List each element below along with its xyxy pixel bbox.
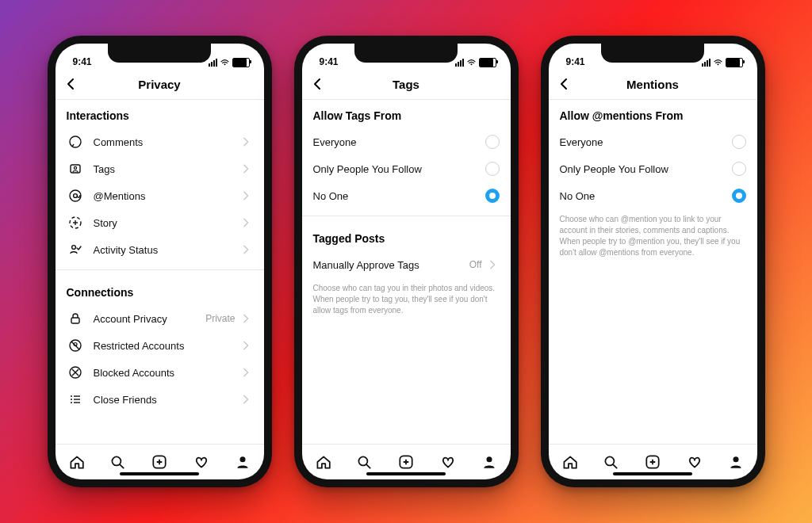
phone-privacy: 9:41 Privacy Interactions Comments <box>48 36 272 487</box>
tab-new-post[interactable] <box>644 453 661 471</box>
content: Allow @mentions From Everyone Only Peopl… <box>549 100 757 444</box>
notch <box>601 44 704 63</box>
page-title: Mentions <box>626 78 679 91</box>
tab-profile[interactable] <box>234 453 251 471</box>
option-everyone[interactable]: Everyone <box>549 128 757 155</box>
row-label: @Mentions <box>94 190 146 202</box>
row-comments[interactable]: Comments <box>56 128 264 155</box>
status-time: 9:41 <box>320 56 339 67</box>
signal-icon <box>209 59 217 67</box>
row-restricted-accounts[interactable]: Restricted Accounts <box>56 332 264 359</box>
tab-activity[interactable] <box>439 453 457 471</box>
chevron-right-icon <box>240 188 253 204</box>
tab-new-post[interactable] <box>151 453 168 471</box>
option-label: Everyone <box>313 136 357 148</box>
signal-icon <box>455 59 464 67</box>
tab-search[interactable] <box>355 453 373 471</box>
divider <box>302 216 511 216</box>
row-story[interactable]: Story <box>56 209 264 236</box>
divider <box>56 269 264 270</box>
chevron-right-icon <box>240 365 253 380</box>
section-interactions: Interactions <box>56 100 264 128</box>
lock-icon <box>67 311 84 326</box>
option-no-one[interactable]: No One <box>302 182 511 209</box>
option-label: Only People You Follow <box>313 163 422 175</box>
navbar: Tags <box>302 69 511 100</box>
back-button[interactable] <box>63 76 79 92</box>
wifi-icon <box>220 57 230 67</box>
row-activity-status[interactable]: Activity Status <box>56 236 264 263</box>
option-label: Only People You Follow <box>560 163 668 175</box>
radio-icon <box>732 162 746 176</box>
page-title: Tags <box>393 78 419 91</box>
option-label: Everyone <box>560 136 603 148</box>
row-account-privacy[interactable]: Account Privacy Private <box>56 305 264 332</box>
tab-home[interactable] <box>561 453 578 471</box>
content: Interactions Comments Tags @Mentions <box>56 100 264 444</box>
back-button[interactable] <box>557 76 573 92</box>
row-label: Blocked Accounts <box>94 367 175 379</box>
row-tags[interactable]: Tags <box>56 155 264 182</box>
notch <box>354 44 458 63</box>
row-label: Story <box>94 217 117 229</box>
battery-icon <box>479 58 496 67</box>
row-label: Comments <box>94 136 144 148</box>
radio-icon <box>485 162 500 176</box>
page-title: Privacy <box>138 78 180 91</box>
tab-profile[interactable] <box>727 453 745 471</box>
tab-home[interactable] <box>67 453 85 471</box>
blocked-icon <box>67 365 84 380</box>
restricted-icon <box>67 338 84 353</box>
status-time: 9:41 <box>566 56 585 67</box>
tab-search[interactable] <box>602 453 619 471</box>
tab-search[interactable] <box>109 453 126 471</box>
activity-icon <box>67 242 84 258</box>
tab-profile[interactable] <box>481 453 498 471</box>
signal-icon <box>702 59 710 67</box>
notch <box>108 44 211 63</box>
option-people-you-follow[interactable]: Only People You Follow <box>302 155 511 182</box>
comment-icon <box>67 134 84 150</box>
tab-home[interactable] <box>314 453 331 471</box>
option-label: No One <box>313 190 349 202</box>
battery-icon <box>726 58 743 67</box>
row-label: Account Privacy <box>94 313 167 325</box>
option-no-one[interactable]: No One <box>549 182 757 209</box>
tag-icon <box>67 161 84 177</box>
row-value: Off <box>469 259 482 270</box>
home-indicator[interactable] <box>366 472 446 475</box>
chevron-right-icon <box>240 161 253 177</box>
chevron-right-icon <box>240 215 253 231</box>
row-close-friends[interactable]: Close Friends <box>56 386 264 413</box>
option-everyone[interactable]: Everyone <box>302 128 511 155</box>
row-blocked-accounts[interactable]: Blocked Accounts <box>56 359 264 386</box>
option-people-you-follow[interactable]: Only People You Follow <box>549 155 757 182</box>
back-button[interactable] <box>310 76 326 92</box>
chevron-right-icon <box>240 134 253 150</box>
content: Allow Tags From Everyone Only People You… <box>302 100 511 444</box>
chevron-right-icon <box>240 311 253 326</box>
at-icon <box>67 188 84 204</box>
home-indicator[interactable] <box>613 472 692 475</box>
tab-activity[interactable] <box>686 453 703 471</box>
row-value: Private <box>205 313 235 324</box>
tab-new-post[interactable] <box>397 453 415 471</box>
section-allow-tags: Allow Tags From <box>302 100 511 128</box>
row-label: Manually Approve Tags <box>313 259 419 271</box>
section-allow-mentions: Allow @mentions From <box>549 100 757 128</box>
tab-activity[interactable] <box>193 453 210 471</box>
chevron-right-icon <box>240 242 253 258</box>
row-manually-approve[interactable]: Manually Approve Tags Off <box>302 251 511 278</box>
radio-selected-icon <box>732 189 746 203</box>
row-label: Tags <box>94 163 115 175</box>
battery-icon <box>232 58 250 67</box>
section-tagged-posts: Tagged Posts <box>302 223 511 251</box>
section-connections: Connections <box>56 277 264 305</box>
row-label: Restricted Accounts <box>94 340 185 352</box>
home-indicator[interactable] <box>120 472 199 475</box>
chevron-right-icon <box>240 338 253 353</box>
row-label: Close Friends <box>94 394 157 406</box>
help-text: Choose who can tag you in their photos a… <box>302 278 511 316</box>
row-mentions[interactable]: @Mentions <box>56 182 264 209</box>
row-label: Activity Status <box>94 244 159 256</box>
